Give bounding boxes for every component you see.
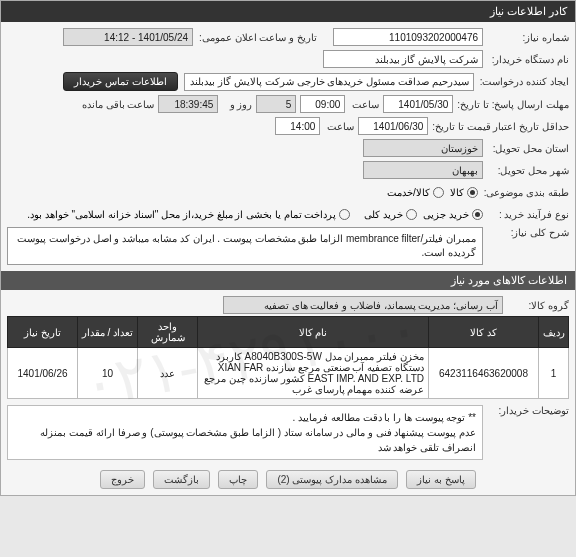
radio-goods[interactable]: کالا [450, 187, 478, 198]
buyer-note-field: ** توجه پیوست ها را با دقت مطالعه فرمایی… [7, 405, 483, 460]
province-label: استان محل تحویل: [489, 143, 569, 154]
radio-icon [433, 187, 444, 198]
radio-icon [472, 209, 483, 220]
window-title: کادر اطلاعات نیاز [1, 1, 575, 22]
send-deadline-label: مهلت ارسال پاسخ: تا تاریخ: [457, 99, 569, 110]
attachments-button[interactable]: مشاهده مدارک پیوستی (2) [266, 470, 398, 489]
table-row[interactable]: 1 6423116463620008 مخزن فیلتر ممبران مدل… [8, 348, 569, 399]
print-button[interactable]: چاپ [218, 470, 258, 489]
creator-field: سیدرحیم صداقت مسئول خریدهای خارجی شرکت پ… [184, 73, 474, 91]
days-field: 5 [256, 95, 296, 113]
category-label: طبقه بندی موضوعی: [484, 187, 569, 198]
city-field: بهبهان [363, 161, 483, 179]
time-label-2: ساعت [324, 121, 354, 132]
announce-label: تاریخ و ساعت اعلان عمومی: [199, 32, 317, 43]
radio-icon [339, 209, 350, 220]
days-label: روز و [222, 99, 252, 110]
radio-partial[interactable]: خرید جزیی [423, 209, 483, 220]
description-field: ممبران فیلتر/membrance filter الزاما طبق… [7, 227, 483, 265]
payment-note: پرداخت تمام یا بخشی از مبلغ خرید،از محل … [27, 209, 336, 220]
th-name: نام کالا [198, 317, 429, 348]
cell-code: 6423116463620008 [429, 348, 539, 399]
th-code: کد کالا [429, 317, 539, 348]
cell-name: مخزن فیلتر ممبران مدل A8040B300S-5W کارب… [198, 348, 429, 399]
req-no-field: 1101093202000476 [333, 28, 483, 46]
creator-label: ایجاد کننده درخواست: [480, 76, 569, 87]
buyer-note-label: توضیحات خریدار: [489, 405, 569, 416]
items-table: ردیف کد کالا نام کالا واحد شمارش تعداد /… [7, 316, 569, 399]
th-date: تاریخ نیاز [8, 317, 78, 348]
deadline-date-field: 1401/05/30 [383, 95, 453, 113]
cell-unit: عدد [138, 348, 198, 399]
buyer-field: شرکت پالایش گاز بیدبلند [323, 50, 483, 68]
radio-goods-service-label: کالا/خدمت [387, 187, 430, 198]
group-field: آب رسانی؛ مدیریت پسماند، فاضلاب و فعالیت… [223, 296, 503, 314]
table-header-row: ردیف کد کالا نام کالا واحد شمارش تعداد /… [8, 317, 569, 348]
group-label: گروه کالا: [509, 300, 569, 311]
process-label: نوع فرآیند خرید : [489, 209, 569, 220]
city-label: شهر محل تحویل: [489, 165, 569, 176]
send-time-field: 14:00 [275, 117, 320, 135]
desc-label: شرح کلی نیاز: [489, 227, 569, 238]
radio-goods-service[interactable]: کالا/خدمت [387, 187, 444, 198]
remain-label: ساعت باقی مانده [82, 99, 155, 110]
radio-partial-label: خرید جزیی [423, 209, 469, 220]
send-date-field: 1401/06/30 [358, 117, 428, 135]
validity-label: حداقل تاریخ اعتبار قیمت تا تاریخ: [432, 121, 569, 132]
announce-field: 1401/05/24 - 14:12 [63, 28, 193, 46]
cell-qty: 10 [78, 348, 138, 399]
cell-idx: 1 [539, 348, 569, 399]
th-idx: ردیف [539, 317, 569, 348]
cell-date: 1401/06/26 [8, 348, 78, 399]
deadline-time-field: 09:00 [300, 95, 345, 113]
radio-total[interactable]: خرید کلی [364, 209, 417, 220]
respond-button[interactable]: پاسخ به نیاز [406, 470, 476, 489]
radio-icon [467, 187, 478, 198]
req-no-label: شماره نیاز: [489, 32, 569, 43]
back-button[interactable]: بازگشت [153, 470, 210, 489]
th-qty: تعداد / مقدار [78, 317, 138, 348]
radio-icon [406, 209, 417, 220]
exit-button[interactable]: خروج [100, 470, 145, 489]
contact-info-button[interactable]: اطلاعات تماس خریدار [63, 72, 178, 91]
radio-total-label: خرید کلی [364, 209, 403, 220]
radio-goods-label: کالا [450, 187, 464, 198]
th-unit: واحد شمارش [138, 317, 198, 348]
buyer-label: نام دستگاه خریدار: [489, 54, 569, 65]
time-label-1: ساعت [349, 99, 379, 110]
province-field: خوزستان [363, 139, 483, 157]
remain-time-field: 18:39:45 [158, 95, 218, 113]
payment-note-check: پرداخت تمام یا بخشی از مبلغ خرید،از محل … [27, 209, 350, 220]
items-section-header: اطلاعات کالاهای مورد نیاز [1, 271, 575, 290]
